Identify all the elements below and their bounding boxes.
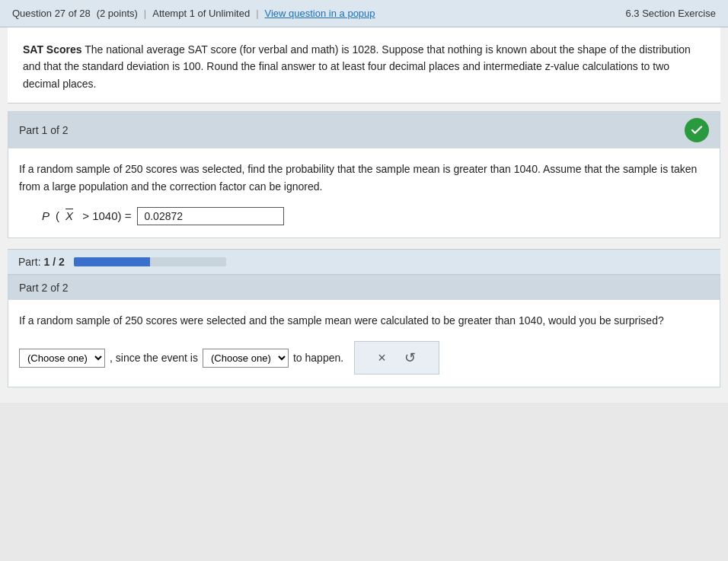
progress-bar-fill [74, 257, 150, 266]
header-right: 6.3 Section Exercise [625, 8, 716, 19]
part2-header: Part 2 of 2 [8, 276, 720, 300]
question-body: The national average SAT score (for verb… [23, 43, 691, 90]
part2-box: Part 2 of 2 If a random sample of 250 sc… [8, 275, 720, 387]
question-info: Question 27 of 28 [12, 8, 91, 19]
view-popup-link[interactable]: View question in a popup [265, 8, 375, 19]
question-header: Question 27 of 28 (2 points) | Attempt 1… [0, 0, 728, 27]
formula-x-overline: X [65, 209, 73, 222]
part2-header-label: Part 2 of 2 [19, 282, 69, 294]
separator1: | [144, 8, 146, 19]
part2-body: If a random sample of 250 scores were se… [8, 300, 720, 387]
progress-bar-track [74, 257, 226, 266]
part1-box: Part 1 of 2 If a random sample of 250 sc… [8, 111, 720, 238]
formula-line: P ( X > 1040) = [42, 207, 709, 225]
formula-condition: > 1040) = [79, 209, 131, 222]
reset-button[interactable]: ↺ [395, 346, 425, 369]
separator2: | [256, 8, 258, 19]
page-wrapper: Question 27 of 28 (2 points) | Attempt 1… [0, 0, 728, 403]
formula-p: P [42, 209, 49, 222]
attempt-info: Attempt 1 of Unlimited [152, 8, 250, 19]
part1-body: If a random sample of 250 scores was sel… [8, 148, 720, 237]
check-icon [685, 118, 709, 142]
points-info: (2 points) [97, 8, 138, 19]
checkmark-svg [690, 123, 704, 137]
part2-text: If a random sample of 250 scores were se… [19, 312, 709, 329]
content-area: SAT Scores The national average SAT scor… [0, 27, 728, 403]
question-title: SAT Scores [23, 43, 82, 56]
progress-label: Part: 1 / 2 [18, 256, 65, 268]
progress-section: Part: 1 / 2 [8, 249, 720, 275]
part1-header: Part 1 of 2 [8, 112, 720, 148]
part1-text: If a random sample of 250 scores was sel… [19, 161, 709, 195]
header-left: Question 27 of 28 (2 points) | Attempt 1… [12, 8, 375, 19]
section-label: 6.3 Section Exercise [625, 8, 716, 19]
connector-text: , since the event is [110, 352, 198, 364]
dropdown-choose-one-1[interactable]: (Choose one) [19, 349, 105, 368]
suffix-text: to happen. [293, 352, 343, 364]
part1-header-label: Part 1 of 2 [19, 124, 69, 136]
action-buttons: × ↺ [354, 341, 439, 375]
question-text: SAT Scores The national average SAT scor… [23, 41, 705, 92]
answer-row: (Choose one) , since the event is (Choos… [19, 341, 709, 375]
clear-button[interactable]: × [369, 347, 395, 369]
question-text-block: SAT Scores The national average SAT scor… [8, 27, 720, 104]
formula-open-paren: ( [56, 209, 59, 222]
formula-answer-input[interactable] [137, 207, 284, 225]
dropdown-choose-one-2[interactable]: (Choose one) [203, 349, 289, 368]
